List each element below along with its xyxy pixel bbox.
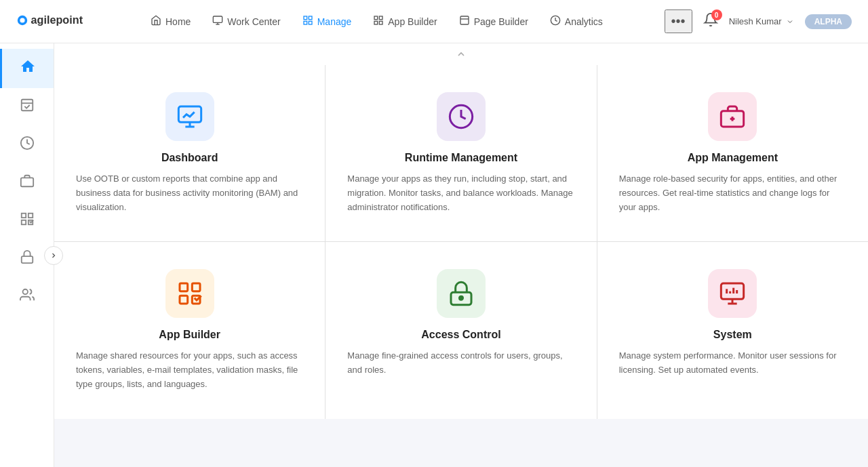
svg-rect-36 <box>192 283 200 291</box>
sidebar <box>0 43 54 467</box>
page-builder-nav-icon <box>459 15 470 28</box>
nav-manage-label: Manage <box>317 16 352 27</box>
app-management-desc: Manage role-based security for apps, ent… <box>619 172 846 214</box>
app-builder-desc: Manage shared resources for your apps, s… <box>76 349 303 391</box>
sidebar-chart-icon <box>20 98 35 117</box>
access-control-icon-wrap <box>437 269 486 318</box>
main-content: Dashboard Use OOTB or custom reports tha… <box>54 43 868 467</box>
svg-rect-24 <box>21 220 25 224</box>
card-app-builder[interactable]: App Builder Manage shared resources for … <box>54 242 325 418</box>
sidebar-expand-button[interactable] <box>44 246 63 265</box>
svg-rect-10 <box>374 16 378 20</box>
nav-app-builder-label: App Builder <box>388 16 437 27</box>
sidebar-item-briefcase[interactable] <box>0 164 54 202</box>
sidebar-grid-check-icon <box>20 211 35 230</box>
nav-app-builder[interactable]: App Builder <box>363 9 446 34</box>
nav-page-builder[interactable]: Page Builder <box>450 9 538 34</box>
sidebar-item-grid-check[interactable] <box>0 202 54 240</box>
svg-rect-12 <box>374 21 378 24</box>
dashboard-icon-wrap <box>165 92 214 141</box>
svg-rect-3 <box>214 16 222 22</box>
nav-analytics-label: Analytics <box>565 16 603 27</box>
layout: Dashboard Use OOTB or custom reports tha… <box>0 43 868 467</box>
svg-rect-23 <box>28 214 32 218</box>
svg-rect-22 <box>21 214 25 218</box>
card-system[interactable]: System Manage system performance. Monito… <box>597 242 868 418</box>
svg-point-40 <box>459 297 462 300</box>
more-button[interactable]: ••• <box>665 9 692 33</box>
app-builder-nav-icon <box>373 15 384 28</box>
svg-rect-13 <box>380 21 383 24</box>
svg-rect-6 <box>304 16 307 20</box>
svg-rect-8 <box>304 21 307 24</box>
dashboard-desc: Use OOTB or custom reports that combine … <box>76 172 303 214</box>
runtime-title: Runtime Management <box>405 152 517 164</box>
svg-point-27 <box>22 289 27 294</box>
dashboard-title: Dashboard <box>161 152 218 164</box>
app-management-title: App Management <box>688 152 778 164</box>
card-app-management[interactable]: App Management Manage role-based securit… <box>597 65 868 241</box>
sidebar-item-chart[interactable] <box>0 88 54 126</box>
card-access-control[interactable]: Access Control Manage fine-grained acces… <box>326 242 596 418</box>
svg-rect-7 <box>309 16 312 20</box>
nav-manage[interactable]: Manage <box>293 9 361 34</box>
alpha-badge: ALPHA <box>805 14 852 29</box>
svg-rect-17 <box>21 100 33 111</box>
runtime-desc: Manage your apps as they run, including … <box>347 172 574 214</box>
sidebar-item-people[interactable] <box>0 278 54 316</box>
notification-bell[interactable]: 0 <box>703 12 718 31</box>
access-control-desc: Manage fine-grained access controls for … <box>347 349 574 378</box>
analytics-nav-icon <box>550 15 561 28</box>
main-nav: Home Work Center Manage App Builder Page… <box>141 9 665 34</box>
work-center-nav-icon <box>212 15 223 28</box>
nav-work-center-label: Work Center <box>227 16 280 27</box>
svg-rect-35 <box>180 283 188 291</box>
runtime-icon-wrap <box>437 92 486 141</box>
home-nav-icon <box>151 15 161 28</box>
app-builder-title: App Builder <box>159 329 220 341</box>
card-dashboard[interactable]: Dashboard Use OOTB or custom reports tha… <box>54 65 325 241</box>
cards-grid: Dashboard Use OOTB or custom reports tha… <box>54 65 868 419</box>
sidebar-lock-icon <box>20 249 35 268</box>
svg-rect-41 <box>722 283 744 299</box>
manage-nav-icon <box>302 15 313 28</box>
svg-rect-20 <box>20 178 33 186</box>
user-name: Nilesh Kumar <box>729 16 782 26</box>
svg-rect-28 <box>178 106 201 122</box>
sidebar-item-home[interactable] <box>0 49 54 88</box>
card-runtime-management[interactable]: Runtime Management Manage your apps as t… <box>326 65 596 241</box>
svg-rect-11 <box>380 16 383 20</box>
header-right: ••• 0 Nilesh Kumar ALPHA <box>665 9 852 33</box>
svg-rect-9 <box>309 21 312 24</box>
sidebar-people-icon <box>20 287 35 306</box>
collapse-arrow[interactable] <box>54 43 868 65</box>
access-control-title: Access Control <box>421 329 500 341</box>
user-menu[interactable]: Nilesh Kumar <box>729 16 794 26</box>
sidebar-clock-icon <box>20 136 35 155</box>
app-builder-icon-wrap <box>165 269 214 318</box>
svg-rect-14 <box>460 16 469 24</box>
sidebar-briefcase-icon <box>20 174 35 192</box>
system-desc: Manage system performance. Monitor user … <box>619 349 846 378</box>
svg-rect-37 <box>180 296 188 304</box>
header: agilepoint Home Work Center Manage App <box>0 0 868 43</box>
svg-point-1 <box>20 18 24 22</box>
svg-text:agilepoint: agilepoint <box>31 14 83 26</box>
sidebar-item-clock[interactable] <box>0 126 54 164</box>
nav-home-label: Home <box>165 16 191 27</box>
svg-rect-26 <box>21 256 33 263</box>
app-management-icon-wrap <box>708 92 757 141</box>
notification-count: 0 <box>711 9 722 20</box>
logo[interactable]: agilepoint <box>16 8 114 35</box>
system-title: System <box>713 329 752 341</box>
nav-home[interactable]: Home <box>141 9 200 34</box>
nav-page-builder-label: Page Builder <box>474 16 528 27</box>
nav-analytics[interactable]: Analytics <box>540 9 612 34</box>
sidebar-home-icon <box>20 58 36 79</box>
nav-work-center[interactable]: Work Center <box>203 9 290 34</box>
system-icon-wrap <box>708 269 757 318</box>
